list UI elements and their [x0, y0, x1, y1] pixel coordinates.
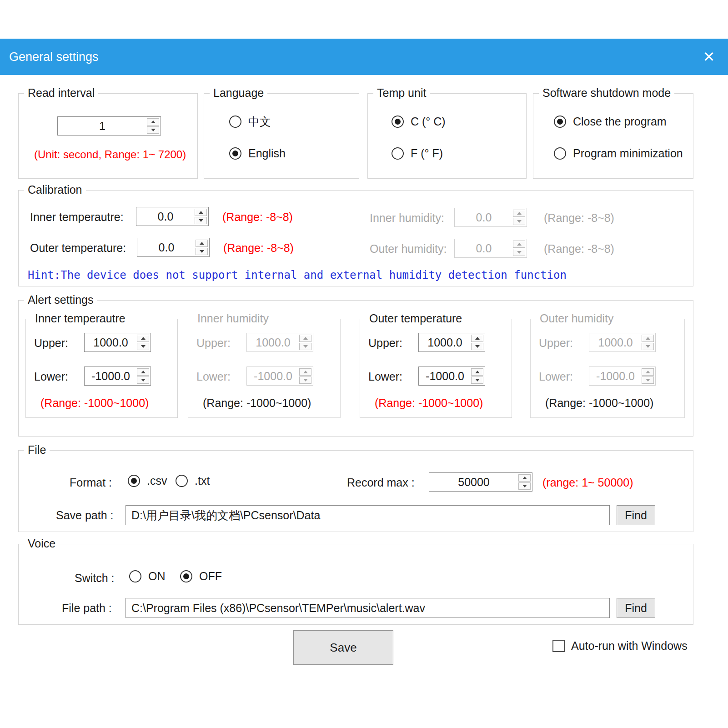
radio-label: English [248, 147, 286, 160]
spin-down-icon[interactable] [196, 248, 208, 255]
radio-label: Program minimization [573, 147, 683, 160]
group-calibration: Calibration Inner temperautre: 0.0 (Rang… [18, 190, 693, 286]
record-max-spinner[interactable]: 50000 [429, 472, 532, 492]
save-button-label: Save [330, 641, 356, 655]
radio-label: ON [148, 570, 166, 583]
record-max-value: 50000 [431, 474, 517, 490]
group-label: Outer humidity [536, 312, 618, 325]
spinner-buttons [471, 335, 483, 350]
range-text: (Range: -1000~1000) [545, 397, 653, 410]
outer-temp-lower-spinner[interactable]: -1000.0 [418, 367, 485, 386]
switch-label: Switch : [75, 572, 115, 585]
radio-voice-on[interactable]: ON [129, 570, 166, 583]
spin-up-icon [642, 368, 654, 376]
group-label: Inner temperautre [31, 312, 129, 325]
file-path-label: File path : [62, 602, 112, 615]
group-label: Alert settings [24, 293, 97, 306]
spinner-buttons [147, 118, 159, 134]
checkbox-icon[interactable] [552, 640, 565, 652]
upper-value: 1000.0 [248, 335, 298, 350]
spin-down-icon [642, 343, 654, 350]
radio-format-txt[interactable]: .txt [176, 474, 210, 487]
spin-down-icon [513, 249, 525, 256]
inner-temperature-spinner[interactable]: 0.0 [136, 207, 209, 226]
radio-language-english[interactable]: English [229, 147, 286, 160]
read-interval-spinner[interactable]: 1 [57, 116, 161, 136]
spin-down-icon[interactable] [518, 482, 531, 490]
lower-value: -1000.0 [86, 368, 136, 384]
radio-label: OFF [199, 570, 222, 583]
spin-down-icon[interactable] [471, 343, 483, 350]
inner-temp-lower-spinner[interactable]: -1000.0 [84, 367, 151, 386]
save-path-label: Save path : [56, 509, 113, 522]
group-label: Read interval [24, 86, 98, 100]
spinner-buttons [471, 368, 483, 384]
outer-humidity-value: 0.0 [456, 241, 512, 256]
spin-up-icon[interactable] [518, 474, 531, 482]
alert-group-outer-temperature: Outer temperature Upper: 1000.0 Lower: -… [360, 319, 512, 418]
inner-hum-lower-spinner: -1000.0 [246, 367, 313, 386]
spin-down-icon [642, 377, 654, 384]
radio-format-csv[interactable]: .csv [128, 474, 167, 487]
spin-up-icon[interactable] [196, 240, 208, 247]
spin-up-icon [299, 368, 311, 376]
outer-temperature-value: 0.0 [139, 240, 194, 255]
titlebar: General settings ✕ [0, 39, 728, 75]
save-path-find-button[interactable]: Find [617, 505, 655, 525]
spin-up-icon[interactable] [147, 118, 159, 126]
spin-down-icon[interactable] [195, 217, 207, 224]
lower-value: -1000.0 [248, 368, 298, 384]
spin-down-icon[interactable] [137, 343, 149, 350]
spin-up-icon[interactable] [471, 335, 483, 342]
autorun-checkbox-row[interactable]: Auto-run with Windows [552, 639, 688, 653]
file-path-input[interactable]: C:\Program Files (x86)\PCsensor\TEMPer\m… [126, 598, 610, 618]
save-button[interactable]: Save [293, 630, 393, 665]
spinner-buttons [137, 368, 149, 384]
spinner-buttons [196, 240, 208, 255]
file-path-find-button[interactable]: Find [617, 598, 655, 618]
read-interval-value: 1 [59, 118, 146, 134]
spinner-buttons [642, 335, 654, 350]
inner-temperature-value: 0.0 [138, 209, 193, 224]
group-language: Language 中文 English [204, 93, 359, 179]
close-icon[interactable]: ✕ [690, 39, 728, 75]
general-settings-dialog: General settings ✕ Read interval 1 (Unit… [0, 0, 728, 728]
radio-icon [229, 147, 241, 160]
radio-fahrenheit[interactable]: F (° F) [392, 147, 443, 160]
radio-celsius[interactable]: C (° C) [392, 115, 446, 128]
inner-humidity-label: Inner humidity: [370, 211, 444, 225]
save-path-value: D:\用户目录\我的文档\PCsensor\Data [131, 508, 320, 523]
group-label: Temp unit [373, 86, 430, 100]
spin-up-icon[interactable] [137, 335, 149, 342]
upper-label: Upper: [196, 336, 231, 350]
inner-temp-upper-spinner[interactable]: 1000.0 [84, 333, 151, 352]
format-label: Format : [70, 476, 112, 489]
radio-voice-off[interactable]: OFF [180, 570, 222, 583]
inner-temperature-label: Inner temperautre: [30, 211, 124, 224]
spin-down-icon[interactable] [137, 377, 149, 384]
spin-up-icon[interactable] [137, 368, 149, 376]
spinner-buttons [137, 335, 149, 350]
spin-up-icon [513, 210, 525, 217]
group-label: Software shutdown mode [539, 86, 674, 100]
outer-temperature-spinner[interactable]: 0.0 [137, 238, 210, 257]
radio-program-minimization[interactable]: Program minimization [554, 147, 683, 160]
spin-up-icon [513, 241, 525, 248]
radio-language-chinese[interactable]: 中文 [229, 114, 271, 129]
spin-up-icon[interactable] [471, 368, 483, 376]
alert-group-inner-humidity: Inner humidity Upper: 1000.0 Lower: -100… [188, 319, 341, 418]
spin-down-icon[interactable] [147, 126, 159, 134]
radio-icon [392, 147, 404, 160]
group-label: Voice [24, 537, 59, 550]
spin-down-icon[interactable] [471, 377, 483, 384]
save-path-input[interactable]: D:\用户目录\我的文档\PCsensor\Data [126, 505, 610, 525]
upper-value: 1000.0 [86, 335, 136, 350]
upper-label: Upper: [34, 336, 68, 350]
radio-icon [554, 115, 566, 128]
spin-down-icon [299, 343, 311, 350]
upper-label: Upper: [368, 336, 402, 350]
spin-up-icon[interactable] [195, 209, 207, 216]
outer-temp-upper-spinner[interactable]: 1000.0 [418, 333, 485, 352]
radio-close-program[interactable]: Close the program [554, 115, 667, 128]
group-file: File Format : .csv .txt Record max : 500… [18, 450, 693, 532]
